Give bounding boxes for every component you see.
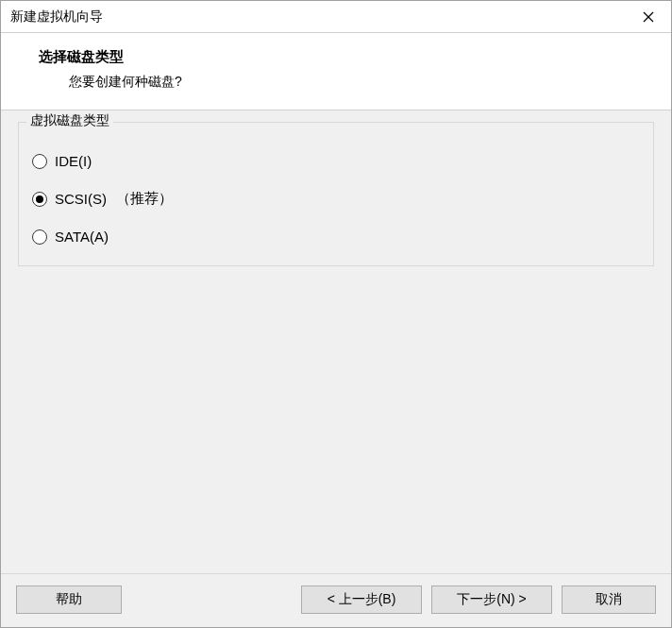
radio-option-sata[interactable]: SATA(A) [32, 229, 640, 245]
cancel-button[interactable]: 取消 [562, 586, 656, 614]
radio-icon [32, 154, 47, 169]
radio-option-ide[interactable]: IDE(I) [32, 153, 640, 169]
radio-hint: （推荐） [116, 190, 173, 208]
window-title: 新建虚拟机向导 [10, 8, 103, 25]
titlebar: 新建虚拟机向导 [1, 1, 671, 33]
close-button[interactable] [628, 3, 669, 31]
radio-label: SCSI(S) [55, 191, 107, 207]
radio-option-scsi[interactable]: SCSI(S) （推荐） [32, 190, 640, 208]
radio-label: IDE(I) [55, 153, 92, 169]
page-subtitle: 您要创建何种磁盘? [69, 74, 662, 91]
group-legend: 虚拟磁盘类型 [26, 112, 113, 129]
header-section: 选择磁盘类型 您要创建何种磁盘? [1, 33, 671, 110]
content-area: 虚拟磁盘类型 IDE(I) SCSI(S) （推荐） SATA(A) [1, 110, 671, 573]
close-icon [643, 11, 654, 23]
page-title: 选择磁盘类型 [39, 48, 662, 66]
footer: 帮助 < 上一步(B) 下一步(N) > 取消 [1, 573, 671, 627]
disk-type-group: 虚拟磁盘类型 IDE(I) SCSI(S) （推荐） SATA(A) [18, 122, 654, 266]
radio-icon [32, 229, 47, 245]
next-button[interactable]: 下一步(N) > [431, 586, 552, 614]
help-button[interactable]: 帮助 [16, 586, 122, 614]
back-button[interactable]: < 上一步(B) [301, 586, 422, 614]
radio-icon [32, 192, 47, 207]
radio-label: SATA(A) [55, 229, 109, 245]
wizard-dialog: 新建虚拟机向导 选择磁盘类型 您要创建何种磁盘? 虚拟磁盘类型 IDE(I) S… [0, 0, 672, 628]
